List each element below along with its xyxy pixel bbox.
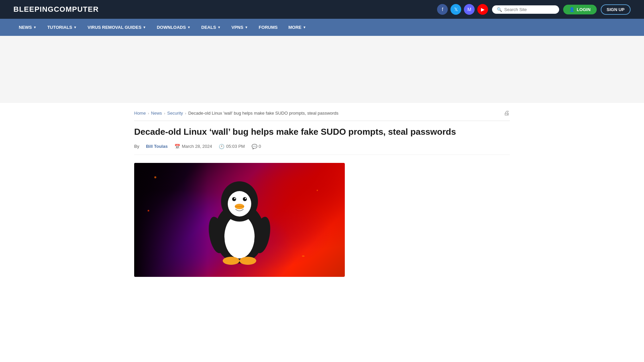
- svg-point-6: [234, 198, 235, 199]
- main-content: Home › News › Security › Decade-old Linu…: [121, 103, 523, 284]
- breadcrumb-current: Decade-old Linux 'wall' bug helps make f…: [188, 111, 338, 116]
- site-logo[interactable]: BLEEPINGCOMPUTER: [13, 5, 99, 14]
- logo-regular: BLEEPING: [13, 5, 54, 13]
- chevron-down-icon: ▼: [187, 25, 191, 29]
- nav-item-forums[interactable]: FORUMS: [253, 19, 283, 36]
- nav-item-downloads[interactable]: DOWNLOADS ▼: [151, 19, 196, 36]
- header-right: f 𝕏 M ▶ 🔍 👤 LOGIN SIGN UP: [437, 4, 631, 15]
- facebook-icon[interactable]: f: [437, 4, 448, 15]
- site-header: BLEEPINGCOMPUTER f 𝕏 M ▶ 🔍 👤 LOGIN SIGN …: [0, 0, 644, 19]
- search-icon: 🔍: [497, 7, 502, 12]
- main-nav: NEWS ▼ TUTORIALS ▼ VIRUS REMOVAL GUIDES …: [0, 19, 644, 36]
- chevron-down-icon: ▼: [33, 25, 37, 29]
- calendar-icon: 📅: [174, 144, 180, 149]
- clock-icon: 🕐: [219, 144, 224, 149]
- nav-item-vpns[interactable]: VPNS ▼: [226, 19, 253, 36]
- article-date: 📅 March 28, 2024: [174, 144, 212, 149]
- nav-item-tutorials[interactable]: TUTORIALS ▼: [42, 19, 82, 36]
- youtube-icon[interactable]: ▶: [477, 4, 488, 15]
- chevron-down-icon: ▼: [73, 25, 77, 29]
- chevron-down-icon: ▼: [143, 25, 146, 29]
- search-input[interactable]: [504, 7, 554, 12]
- article-comments[interactable]: 💬 0: [252, 144, 261, 149]
- breadcrumb-separator: ›: [185, 111, 186, 115]
- svg-point-15: [239, 257, 256, 265]
- nav-item-news[interactable]: NEWS ▼: [13, 19, 42, 36]
- author-link[interactable]: Bill Toulas: [146, 144, 168, 149]
- search-box[interactable]: 🔍: [492, 5, 559, 14]
- social-icons: f 𝕏 M ▶: [437, 4, 488, 15]
- author-prefix: By: [134, 144, 139, 149]
- date-value: March 28, 2024: [182, 144, 212, 149]
- breadcrumb-separator: ›: [148, 111, 149, 115]
- chevron-down-icon: ▼: [217, 25, 221, 29]
- user-icon: 👤: [569, 7, 575, 12]
- svg-point-5: [232, 197, 236, 201]
- article-time: 🕐 05:03 PM: [219, 144, 245, 149]
- article-image: [134, 163, 345, 277]
- time-value: 05:03 PM: [226, 144, 245, 149]
- article-title: Decade-old Linux ‘wall’ bug helps make f…: [134, 126, 510, 138]
- mastodon-icon[interactable]: M: [464, 4, 475, 15]
- svg-point-8: [243, 197, 247, 201]
- logo-bold: COMPUTER: [54, 5, 99, 13]
- chevron-down-icon: ▼: [303, 25, 306, 29]
- breadcrumb-security[interactable]: Security: [167, 111, 183, 116]
- comment-icon: 💬: [252, 144, 257, 149]
- twitter-icon[interactable]: 𝕏: [450, 4, 461, 15]
- svg-point-9: [245, 198, 246, 199]
- advertisement-banner: [0, 36, 644, 103]
- nav-item-deals[interactable]: DEALS ▼: [196, 19, 226, 36]
- breadcrumb-home[interactable]: Home: [134, 111, 146, 116]
- nav-item-more[interactable]: MORE ▼: [283, 19, 312, 36]
- breadcrumb-news[interactable]: News: [151, 111, 162, 116]
- login-button[interactable]: 👤 LOGIN: [563, 5, 596, 14]
- breadcrumb-separator: ›: [164, 111, 165, 115]
- svg-point-14: [223, 257, 239, 265]
- article-meta: By Bill Toulas 📅 March 28, 2024 🕐 05:03 …: [134, 144, 510, 155]
- print-icon[interactable]: 🖨: [504, 110, 510, 117]
- signup-button[interactable]: SIGN UP: [601, 4, 631, 15]
- breadcrumb-links: Home › News › Security › Decade-old Linu…: [134, 111, 338, 116]
- nav-item-virus-removal[interactable]: VIRUS REMOVAL GUIDES ▼: [82, 19, 152, 36]
- breadcrumb: Home › News › Security › Decade-old Linu…: [134, 110, 510, 121]
- chevron-down-icon: ▼: [245, 25, 248, 29]
- tux-penguin-image: [199, 173, 280, 267]
- comments-count: 0: [259, 144, 261, 149]
